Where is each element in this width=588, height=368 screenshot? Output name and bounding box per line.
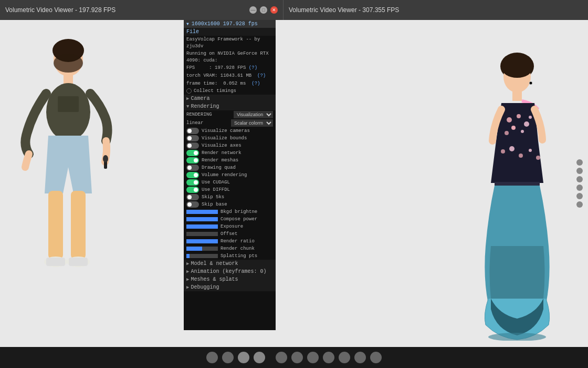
toggle-skip-5ks[interactable]: Skip 5ks [184,193,276,201]
collect-timings-row[interactable]: Collect timings [184,87,276,95]
slider-bkgd[interactable]: Bkgd brightne [184,208,276,216]
dot-2[interactable] [222,352,234,363]
dot-7[interactable] [307,352,319,363]
file-menu-label: File [186,29,199,35]
window-controls: — □ ✕ [249,6,278,14]
slider-render-ratio[interactable]: Render ratio [184,238,276,245]
toggle-visualize-bounds[interactable]: Visualize bounds [184,135,276,142]
slider-chunk-track[interactable] [186,247,218,251]
slider-offset-label: Offset [220,231,273,237]
svg-point-20 [517,114,521,118]
collect-timings-checkbox[interactable] [186,88,192,94]
dot-6[interactable] [291,352,303,363]
slider-exposure[interactable]: Exposure [184,223,276,230]
rendering-section-header[interactable]: ▼ Rendering [184,103,276,110]
meshes-splats-section[interactable]: ▶ Meshes & splats [184,275,276,283]
svg-point-7 [103,155,108,162]
file-menu[interactable]: File [184,28,276,36]
svg-point-32 [488,333,546,341]
svg-point-28 [519,154,523,158]
dot-1[interactable] [206,352,218,363]
toggle-use-diffdl[interactable]: Use DIFFDL [184,186,276,193]
slider-compose[interactable]: Compose power [184,216,276,223]
slider-splatting-label: Splatting pts [220,253,273,259]
toggle-cudagl-switch[interactable] [186,179,199,186]
slider-render-chunk[interactable]: Render chunk [184,245,276,252]
svg-point-23 [521,130,524,133]
toggle-volume-rendering[interactable]: Volume rendering [184,171,276,179]
toggle-cameras-switch[interactable] [186,128,199,134]
main-content: ▼ 1600x1600 197.928 fps File EasyVolcap … [0,20,588,347]
right-viewer [284,20,588,347]
right-window-title: Volumetric Video Viewer - 307.355 FPS [289,6,399,14]
svg-point-29 [529,149,532,152]
rendering-select[interactable]: Visualization [234,111,273,118]
dot-5[interactable] [276,352,287,363]
right-panel-dots [576,159,583,208]
toggle-volume-label: Volume rendering [202,172,273,178]
svg-rect-5 [58,96,79,112]
model-arrow: ▶ [186,261,189,267]
slider-offset-track[interactable] [186,232,218,236]
slider-ratio-track[interactable] [186,239,218,243]
toggle-diffdl-label: Use DIFFDL [202,187,273,192]
svg-point-26 [501,149,505,154]
rendering-type-label: RENDERING [186,112,234,117]
svg-point-17 [529,81,532,85]
slider-splatting[interactable]: Splatting pts [184,252,276,260]
dot-3[interactable] [238,352,249,363]
toggle-skip-base[interactable]: Skip base [184,201,276,208]
info-line-1: EasyVolcap Framework -- by zju3dv [184,36,276,50]
toggle-meshas-switch[interactable] [186,157,199,163]
person-left-figure [16,30,131,356]
toggle-network-switch[interactable] [186,150,199,156]
right-dot-5 [576,193,583,199]
slider-chunk-fill [186,247,202,251]
toggle-volume-switch[interactable] [186,172,199,178]
toggle-quad-switch[interactable] [186,165,199,171]
dot-11[interactable] [370,352,382,363]
slider-bkgd-label: Bkgd brightne [220,209,273,214]
svg-point-21 [524,121,529,127]
toggle-visualize-cameras[interactable]: Visualize cameras [184,127,276,135]
model-network-section[interactable]: ▶ Model & network [184,260,276,268]
slider-bkgd-track[interactable] [186,210,218,214]
svg-rect-13 [69,258,88,266]
toggle-drawing-quad[interactable]: Drawing quad [184,164,276,171]
slider-chunk-label: Render chunk [220,246,273,251]
toggle-skipbase-switch[interactable] [186,201,199,208]
minimize-button[interactable]: — [249,6,257,14]
slider-bkgd-fill [186,210,218,214]
toggle-visualize-axes[interactable]: Visualize axes [184,142,276,149]
toggle-render-network[interactable]: Render network [184,149,276,157]
slider-exposure-track[interactable] [186,224,218,229]
toggle-axes-switch[interactable] [186,142,199,149]
maximize-button[interactable]: □ [260,6,267,14]
dot-8[interactable] [323,352,334,363]
slider-splatting-track[interactable] [186,254,218,258]
toggle-network-label: Render network [202,150,273,156]
right-dot-1 [576,159,583,166]
slider-compose-track[interactable] [186,217,218,221]
dot-4[interactable] [254,352,265,363]
toggle-render-meshas[interactable]: Render meshas [184,157,276,164]
slider-splatting-fill [186,254,190,258]
right-dot-2 [576,168,583,174]
close-button[interactable]: ✕ [270,6,278,14]
camera-section[interactable]: ▶ Camera [184,95,276,103]
toggle-cameras-label: Visualize cameras [202,128,273,134]
toggle-bounds-switch[interactable] [186,135,199,141]
title-bars: Volumetric Video Viewer - 197.928 FPS — … [0,0,588,20]
dot-9[interactable] [339,352,350,363]
debugging-section[interactable]: ▶ Debugging [184,283,276,291]
toggle-skip5ks-switch[interactable] [186,194,199,200]
linear-select[interactable]: Scalar colorm [231,119,273,127]
slider-compose-fill [186,217,218,221]
toggle-use-cudagl[interactable]: Use CUDAGL [184,179,276,186]
slider-offset[interactable]: Offset [184,230,276,238]
dot-10[interactable] [354,352,366,363]
animation-section[interactable]: ▶ Animation (keyframes: 0) [184,268,276,275]
linear-label: linear [186,120,231,126]
toggle-diffdl-switch[interactable] [186,187,199,193]
svg-point-30 [536,156,540,160]
